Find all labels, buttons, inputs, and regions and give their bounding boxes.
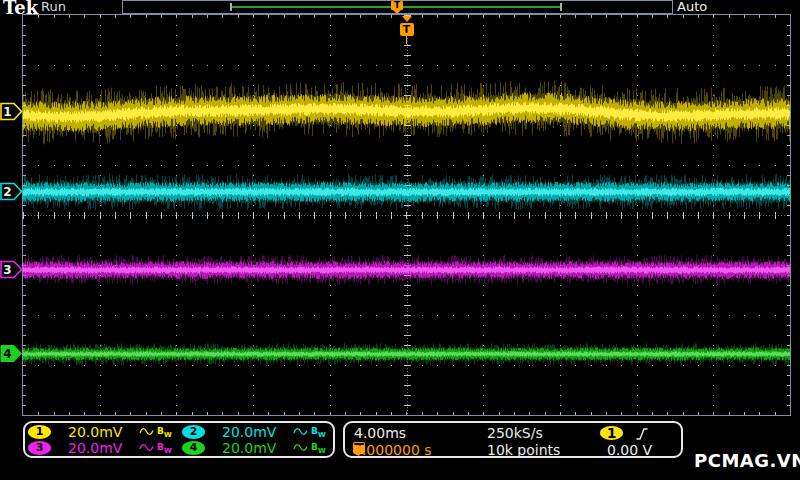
channel-3-scale: 20.0mV — [68, 440, 130, 456]
record-window-right-bracket — [560, 3, 562, 11]
channel-3-badge: 3 — [28, 441, 51, 455]
channel-2-readout: 2 20.0mV BW — [179, 424, 333, 440]
channel-2-scale: 20.0mV — [222, 424, 284, 440]
svg-text:4: 4 — [3, 347, 11, 361]
trigger-slope-rising-icon — [635, 426, 649, 441]
channel-3-marker[interactable]: 3 — [0, 260, 23, 279]
trigger-level-readout: 0.00 V — [607, 442, 652, 458]
oscilloscope-screen: { "header": { "brand": "Tek", "acquisiti… — [0, 0, 800, 480]
ac-coupling-icon — [139, 442, 154, 453]
channel-4-badge: 4 — [182, 441, 205, 455]
trigger-flag-label: T — [403, 23, 411, 36]
record-window-left-bracket — [230, 3, 232, 11]
graticule-waveform-canvas — [23, 15, 790, 415]
channel-1-marker[interactable]: 1 — [0, 102, 23, 121]
channel-1-scale: 20.0mV — [68, 424, 130, 440]
channel-2-marker[interactable]: 2 — [0, 182, 23, 201]
ac-coupling-icon — [139, 426, 154, 437]
bandwidth-limit-icon: BW — [311, 426, 326, 439]
waveform-display: T — [22, 14, 791, 416]
channel-4-readout: 4 20.0mV BW — [179, 440, 333, 456]
sample-rate-readout: 250kS/s — [487, 425, 543, 441]
record-length-readout: 10k points — [487, 442, 560, 458]
horizontal-trigger-readouts-box: 4.00ms 250kS/s 1 T→▼0.000000 s 10k point… — [343, 421, 683, 458]
svg-text:2: 2 — [3, 185, 11, 199]
trigger-position-flag[interactable]: T — [400, 16, 414, 44]
channel-4-scale: 20.0mV — [222, 440, 284, 456]
ac-coupling-icon — [293, 426, 308, 437]
trigger-source-badge: 1 — [600, 426, 623, 440]
bandwidth-limit-icon: BW — [311, 442, 326, 455]
channel-1-readout: 1 20.0mV BW — [25, 424, 179, 440]
timebase-readout: 4.00ms — [354, 425, 406, 441]
trigger-caret-icon — [402, 16, 412, 22]
record-trigger-marker-icon: T — [391, 1, 403, 13]
ac-coupling-icon — [293, 442, 308, 453]
trigger-mode-label: Auto — [677, 0, 707, 14]
watermark: PCMAG.VN — [694, 450, 794, 471]
bandwidth-limit-icon: BW — [157, 426, 172, 439]
channel-1-badge: 1 — [28, 425, 51, 439]
record-view-bar: T — [122, 0, 673, 14]
svg-text:3: 3 — [3, 263, 11, 277]
channel-2-badge: 2 — [182, 425, 205, 439]
channel-readouts-box: 1 20.0mV BW 2 20.0mV BW 3 20.0mV BW 4 20… — [23, 421, 335, 458]
trigger-position-readout: 0.000000 s — [353, 442, 432, 458]
svg-text:1: 1 — [3, 105, 11, 119]
top-status-bar: Tek Run T Auto — [0, 0, 800, 14]
channel-4-marker[interactable]: 4 — [0, 344, 23, 363]
channel-3-readout: 3 20.0mV BW — [25, 440, 179, 456]
acquisition-status: Run — [41, 0, 66, 14]
bandwidth-limit-icon: BW — [157, 442, 172, 455]
